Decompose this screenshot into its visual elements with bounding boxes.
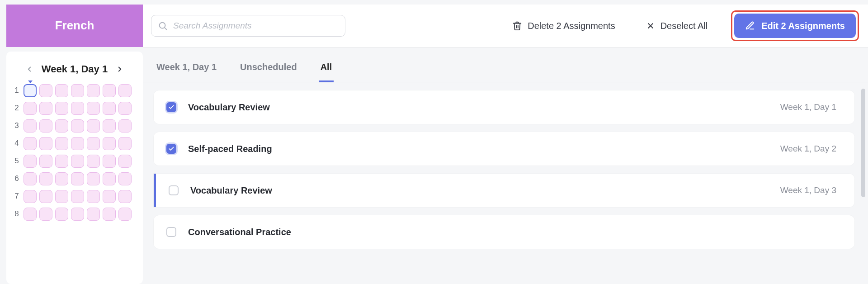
delete-label: Delete 2 Assignments [528, 21, 615, 31]
week-next-button[interactable] [116, 65, 124, 73]
week-grid: 12345678 [11, 84, 138, 221]
assignment-checkbox[interactable] [166, 102, 176, 112]
week-grid-cell[interactable] [39, 208, 52, 221]
week-row-number: 8 [13, 209, 21, 218]
week-grid-cell[interactable] [24, 208, 37, 221]
week-grid-row: 8 [13, 208, 138, 221]
week-grid-cell[interactable] [71, 137, 84, 150]
week-grid-cell[interactable] [39, 155, 52, 168]
week-grid-cell[interactable] [55, 137, 68, 150]
week-row-number: 1 [13, 86, 21, 95]
week-grid-cell[interactable] [87, 137, 100, 150]
assignment-date: Week 1, Day 2 [780, 144, 836, 154]
week-grid-cell[interactable] [71, 84, 84, 97]
deselect-label: Deselect All [660, 21, 708, 31]
week-grid-cell[interactable] [39, 137, 52, 150]
week-grid-cell[interactable] [87, 119, 100, 133]
week-grid-cell[interactable] [24, 190, 37, 203]
assignment-card[interactable]: Vocabulary ReviewWeek 1, Day 1 [154, 90, 854, 124]
week-grid-row: 7 [13, 190, 138, 203]
week-grid-cell[interactable] [24, 102, 37, 115]
week-grid-cell[interactable] [103, 208, 116, 221]
week-grid-cell[interactable] [87, 102, 100, 115]
week-row-number: 7 [13, 192, 21, 201]
week-row-number: 6 [13, 174, 21, 183]
week-grid-cell[interactable] [103, 102, 116, 115]
edit-assignments-button[interactable]: Edit 2 Assignments [734, 14, 856, 38]
week-row-number: 2 [13, 104, 21, 113]
week-grid-cell[interactable] [39, 190, 52, 203]
week-grid-cell[interactable] [103, 155, 116, 168]
week-grid-cell[interactable] [118, 155, 132, 168]
close-icon [646, 21, 655, 30]
week-grid-cell[interactable] [103, 137, 116, 150]
edit-highlight: Edit 2 Assignments [731, 10, 859, 41]
tab-week-1-day-1[interactable]: Week 1, Day 1 [155, 57, 218, 82]
scrollbar-thumb[interactable] [861, 89, 865, 197]
week-grid-cell[interactable] [55, 102, 68, 115]
week-grid-cell[interactable] [87, 155, 100, 168]
week-grid-cell[interactable] [103, 172, 116, 185]
week-grid-cell[interactable] [55, 190, 68, 203]
assignment-card[interactable]: Self-paced ReadingWeek 1, Day 2 [154, 132, 854, 166]
week-grid-cell[interactable] [118, 137, 132, 150]
assignment-checkbox[interactable] [166, 227, 176, 237]
week-grid-cell[interactable] [39, 84, 52, 97]
week-grid-cell[interactable] [87, 172, 100, 185]
assignment-checkbox[interactable] [166, 144, 176, 154]
search-icon [158, 21, 168, 31]
week-grid-cell[interactable] [71, 119, 84, 133]
week-grid-cell[interactable] [55, 155, 68, 168]
week-grid-cell[interactable] [55, 172, 68, 185]
week-grid-cell[interactable] [39, 102, 52, 115]
week-grid-cell[interactable] [71, 172, 84, 185]
assignment-title: Conversational Practice [188, 227, 291, 237]
week-grid-cell[interactable] [87, 208, 100, 221]
trash-icon [512, 21, 522, 31]
deselect-all-button[interactable]: Deselect All [643, 17, 711, 35]
tab-all[interactable]: All [319, 57, 334, 82]
week-grid-row: 5 [13, 155, 138, 168]
week-grid-cell[interactable] [55, 119, 68, 133]
week-grid-cell[interactable] [118, 208, 132, 221]
week-grid-cell[interactable] [24, 119, 37, 133]
week-grid-cell[interactable] [39, 119, 52, 133]
week-grid-cell[interactable] [103, 190, 116, 203]
assignment-card[interactable]: Conversational Practice [154, 215, 854, 249]
week-grid-cell[interactable] [24, 84, 37, 97]
week-grid-cell[interactable] [71, 190, 84, 203]
assignment-title: Vocabulary Review [190, 185, 272, 196]
delete-assignments-button[interactable]: Delete 2 Assignments [509, 17, 618, 35]
week-prev-button[interactable] [25, 65, 33, 73]
week-grid-cell[interactable] [71, 155, 84, 168]
tab-unscheduled[interactable]: Unscheduled [238, 57, 299, 82]
week-grid-cell[interactable] [118, 102, 132, 115]
week-grid-cell[interactable] [118, 84, 132, 97]
week-grid-cell[interactable] [118, 190, 132, 203]
week-grid-cell[interactable] [24, 137, 37, 150]
edit-icon [745, 21, 755, 31]
week-grid-cell[interactable] [24, 172, 37, 185]
week-grid-row: 1 [13, 84, 138, 97]
week-row-number: 5 [13, 156, 21, 166]
subject-header: French [6, 5, 143, 47]
assignment-title: Self-paced Reading [188, 144, 272, 154]
week-grid-cell[interactable] [87, 190, 100, 203]
week-grid-cell[interactable] [103, 119, 116, 133]
week-grid-cell[interactable] [55, 208, 68, 221]
assignment-title: Vocabulary Review [188, 102, 270, 113]
week-grid-cell[interactable] [118, 172, 132, 185]
week-grid-cell[interactable] [71, 208, 84, 221]
week-grid-cell[interactable] [55, 84, 68, 97]
week-grid-cell[interactable] [103, 84, 116, 97]
week-grid-row: 2 [13, 102, 138, 115]
week-grid-cell[interactable] [87, 84, 100, 97]
week-grid-cell[interactable] [118, 119, 132, 133]
week-grid-cell[interactable] [71, 102, 84, 115]
week-grid-cell[interactable] [39, 172, 52, 185]
assignment-card[interactable]: Vocabulary ReviewWeek 1, Day 3 [154, 174, 854, 207]
search-box[interactable] [151, 15, 345, 37]
search-input[interactable] [173, 21, 339, 31]
week-grid-cell[interactable] [24, 155, 37, 168]
assignment-checkbox[interactable] [169, 185, 179, 195]
